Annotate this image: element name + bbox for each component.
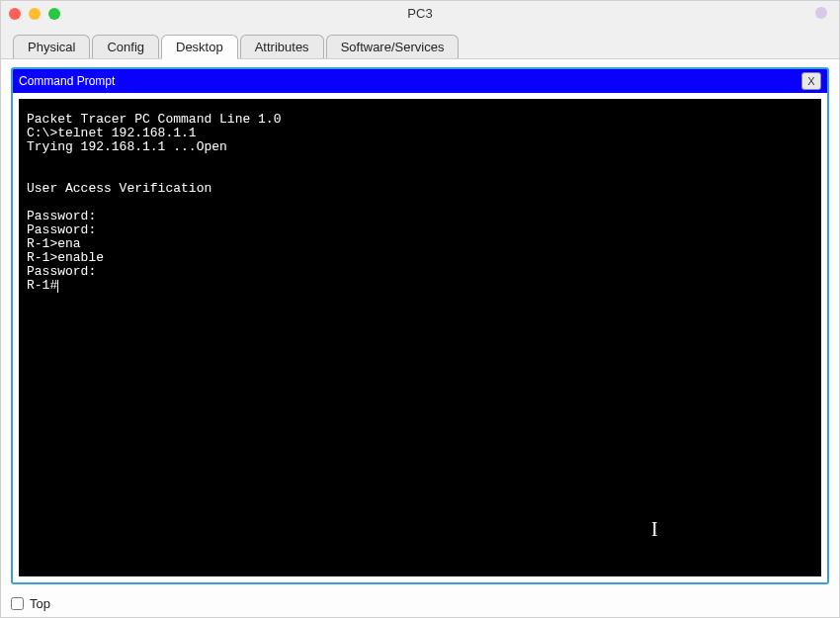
window-zoom-icon[interactable] (48, 8, 60, 20)
app-window: PC3 Physical Config Desktop Attributes S… (0, 0, 840, 618)
window-close-icon[interactable] (9, 8, 21, 20)
tab-physical[interactable]: Physical (13, 35, 90, 58)
footer: Top (1, 590, 839, 617)
terminal-container: Packet Tracer PC Command Line 1.0 C:\>te… (13, 93, 827, 582)
tab-content: Command Prompt X Packet Tracer PC Comman… (1, 59, 839, 590)
window-status-dot-icon (815, 7, 827, 19)
command-prompt-titlebar: Command Prompt X (13, 69, 827, 93)
command-prompt-frame: Command Prompt X Packet Tracer PC Comman… (11, 67, 829, 584)
window-minimize-icon[interactable] (29, 8, 41, 20)
command-prompt-close-button[interactable]: X (801, 72, 821, 90)
top-checkbox-label[interactable]: Top (30, 596, 50, 611)
traffic-lights (9, 8, 60, 20)
tab-software[interactable]: Software/Services (326, 35, 460, 58)
top-checkbox[interactable] (11, 597, 24, 610)
terminal[interactable]: Packet Tracer PC Command Line 1.0 C:\>te… (19, 99, 821, 576)
text-cursor-icon: I (651, 522, 658, 536)
tabstrip: Physical Config Desktop Attributes Softw… (1, 26, 839, 59)
tab-desktop[interactable]: Desktop (161, 35, 238, 59)
command-prompt-title: Command Prompt (19, 74, 115, 88)
tab-attributes[interactable]: Attributes (240, 35, 324, 58)
tab-config[interactable]: Config (92, 35, 159, 58)
close-icon: X (807, 75, 814, 87)
titlebar: PC3 (1, 1, 839, 26)
window-title: PC3 (1, 6, 839, 21)
